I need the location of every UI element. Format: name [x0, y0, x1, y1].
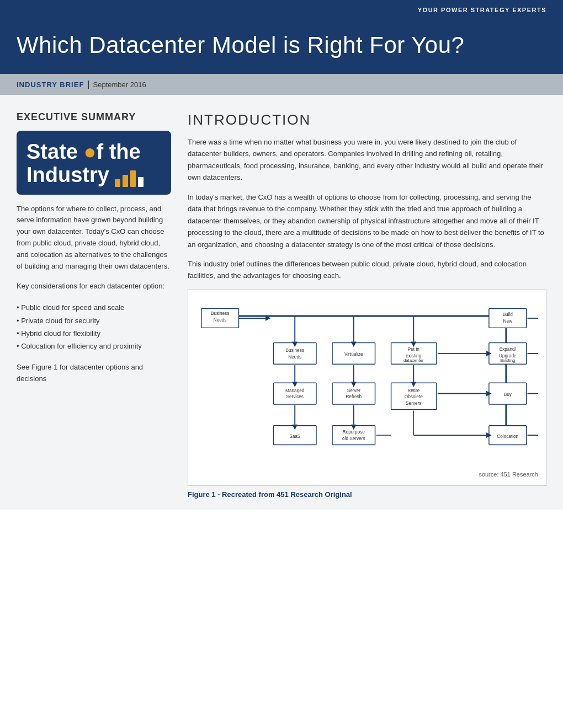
svg-text:existing: existing: [406, 353, 421, 358]
svg-text:Needs: Needs: [214, 318, 227, 323]
svg-text:Existing: Existing: [500, 358, 515, 363]
main-content: Executive Summary State ●f the Industry …: [0, 95, 563, 510]
intro-para1: There was a time when no matter what bus…: [188, 136, 546, 184]
state-box: State ●f the Industry: [17, 131, 171, 195]
svg-text:Put in: Put in: [408, 347, 419, 352]
key-considerations-label: Key considerations for each datacenter o…: [17, 281, 171, 292]
svg-text:Needs: Needs: [288, 354, 301, 359]
bar2: [123, 175, 128, 187]
dot-icon: ●: [83, 140, 96, 163]
svg-text:New: New: [503, 319, 513, 324]
svg-text:Business: Business: [286, 348, 304, 353]
figure-caption: Figure 1 - Recreated from 451 Research O…: [188, 490, 546, 499]
brief-bar: Industry Brief | September 2016: [0, 74, 563, 95]
brief-label: Industry Brief: [17, 81, 84, 89]
svg-text:old Servers: old Servers: [342, 436, 365, 441]
diagram-container: Business Needs Business Needs Managed Se…: [188, 290, 546, 486]
svg-text:Obsolete: Obsolete: [405, 394, 423, 399]
svg-text:Colocation: Colocation: [497, 434, 518, 439]
bullet-item: Private cloud for security: [17, 314, 171, 327]
exec-summary-title: Executive Summary: [17, 111, 171, 123]
source-text: source: 451 Research: [196, 471, 538, 478]
exec-body-text: The options for where to collect, proces…: [17, 204, 171, 272]
title-area: Which Datacenter Model is Right For You?: [0, 19, 563, 74]
state-text-line2: Industry: [26, 164, 144, 187]
bar4: [138, 177, 144, 187]
bullet-item: Colocation for efficiency and proximity: [17, 340, 171, 352]
svg-text:datacenter: datacenter: [403, 358, 424, 363]
svg-text:Build: Build: [503, 312, 513, 317]
bar1: [115, 179, 120, 187]
svg-text:Services: Services: [286, 394, 304, 399]
right-column: Introduction There was a time when no ma…: [188, 111, 546, 499]
svg-text:Managed: Managed: [285, 388, 305, 393]
see-figure-text: See Figure 1 for datacenter options and …: [17, 362, 171, 385]
bullet-list: Public cloud for speed and scale Private…: [17, 301, 171, 353]
svg-text:Business: Business: [211, 311, 229, 316]
svg-text:Upgrade: Upgrade: [499, 353, 517, 358]
svg-text:Buy: Buy: [504, 392, 512, 397]
svg-text:Retire: Retire: [407, 388, 419, 393]
intro-para2: In today's market, the CxO has a wealth …: [188, 191, 546, 250]
bullet-item: Public cloud for speed and scale: [17, 301, 171, 314]
state-text-line1: State ●f the: [26, 141, 141, 164]
top-bar: Your Power Strategy Experts: [0, 0, 563, 19]
svg-text:Refresh: Refresh: [346, 394, 362, 399]
page-title: Which Datacenter Model is Right For You?: [17, 32, 546, 58]
brief-separator: |: [87, 79, 89, 89]
intro-para3: This industry brief outlines the differe…: [188, 258, 546, 282]
diagram-svg: Business Needs Business Needs Managed Se…: [196, 300, 538, 465]
svg-text:Expand/: Expand/: [500, 347, 517, 352]
svg-text:SaaS: SaaS: [289, 434, 301, 439]
bar-chart-icon: [115, 170, 144, 187]
intro-title: Introduction: [188, 111, 546, 129]
bullet-item: Hybrid cloud for flexibility: [17, 327, 171, 340]
left-column: Executive Summary State ●f the Industry …: [17, 111, 171, 499]
svg-text:Server: Server: [347, 388, 360, 393]
svg-text:Servers: Servers: [406, 401, 421, 406]
bar3: [130, 170, 136, 187]
tagline: Your Power Strategy Experts: [418, 7, 546, 13]
svg-text:Repurpose: Repurpose: [343, 430, 365, 435]
svg-text:Virtualize: Virtualize: [344, 352, 363, 357]
brief-date: September 2016: [93, 81, 146, 89]
